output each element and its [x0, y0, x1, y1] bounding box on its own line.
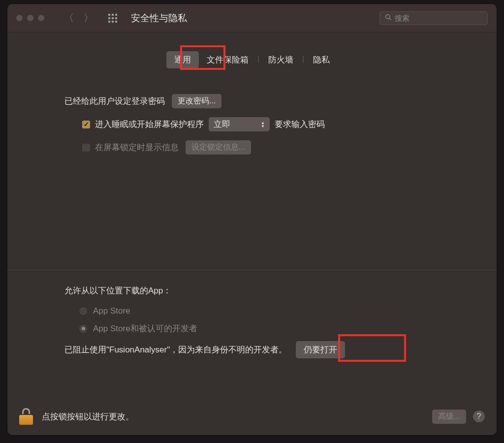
content-area: 通用 文件保险箱 | 防火墙 | 隐私 已经给此用户设定登录密码 更改密码...… — [7, 32, 497, 401]
advanced-button[interactable]: 高级... — [432, 410, 466, 424]
back-button[interactable]: 〈 — [64, 11, 74, 25]
require-password-suffix: 要求输入密码 — [275, 119, 325, 130]
lock-icon[interactable] — [19, 408, 33, 425]
svg-line-1 — [389, 18, 391, 20]
select-value: 立即 — [214, 119, 230, 130]
show-lock-message-label: 在屏幕锁定时显示信息 — [95, 142, 179, 153]
titlebar: 〈 〉 安全性与隐私 — [7, 4, 497, 32]
blocked-app-text: 已阻止使用"FusionAnalyser"，因为来自身份不明的开发者。 — [64, 344, 287, 355]
open-anyway-button[interactable]: 仍要打开 — [296, 341, 345, 358]
footer: 点按锁按钮以进行更改。 高级... ? — [7, 401, 497, 435]
lock-hint: 点按锁按钮以进行更改。 — [42, 411, 134, 422]
search-field[interactable] — [379, 11, 488, 25]
tab-general[interactable]: 通用 — [166, 51, 199, 68]
help-button[interactable]: ? — [473, 411, 485, 422]
require-password-delay-select[interactable]: 立即 ▲▼ — [209, 117, 270, 131]
window-title: 安全性与隐私 — [131, 12, 187, 25]
show-all-icon[interactable] — [108, 14, 117, 23]
radio-appstore — [79, 307, 87, 315]
login-password-label: 已经给此用户设定登录密码 — [64, 95, 165, 107]
radio-identified — [79, 325, 87, 333]
show-lock-message-checkbox[interactable] — [82, 144, 90, 152]
traffic-lights — [16, 15, 44, 21]
search-input[interactable] — [395, 14, 482, 22]
forward-button[interactable]: 〉 — [84, 11, 94, 25]
maximize-window-icon[interactable] — [38, 15, 44, 21]
password-section: 已经给此用户设定登录密码 更改密码... ✓ 进入睡眠或开始屏幕保护程序 立即 … — [64, 94, 467, 163]
change-password-button[interactable]: 更改密码... — [172, 94, 221, 108]
tab-bar: 通用 文件保险箱 | 防火墙 | 隐私 — [37, 51, 467, 68]
tab-privacy[interactable]: 隐私 — [305, 51, 338, 68]
set-lock-message-button: 设定锁定信息... — [186, 140, 251, 155]
updown-icon: ▲▼ — [261, 121, 265, 128]
svg-point-0 — [386, 15, 390, 19]
downloads-section: 允许从以下位置下载的App： App Store App Store和被认可的开… — [64, 285, 467, 358]
highlight-annotation — [338, 334, 406, 362]
close-window-icon[interactable] — [16, 15, 23, 21]
preferences-window: 〈 〉 安全性与隐私 通用 文件保险箱 | 防火墙 | 隐私 已经 — [7, 4, 497, 435]
radio-appstore-label: App Store — [93, 306, 130, 316]
radio-identified-label: App Store和被认可的开发者 — [93, 323, 197, 334]
divider — [7, 270, 497, 270]
require-password-prefix: 进入睡眠或开始屏幕保护程序 — [95, 119, 204, 130]
allow-apps-heading: 允许从以下位置下载的App： — [64, 285, 467, 296]
require-password-checkbox[interactable]: ✓ — [82, 121, 90, 128]
search-icon — [385, 14, 392, 22]
minimize-window-icon[interactable] — [27, 15, 33, 21]
tab-filevault[interactable]: 文件保险箱 — [199, 51, 256, 68]
tab-firewall[interactable]: 防火墙 — [260, 51, 301, 68]
